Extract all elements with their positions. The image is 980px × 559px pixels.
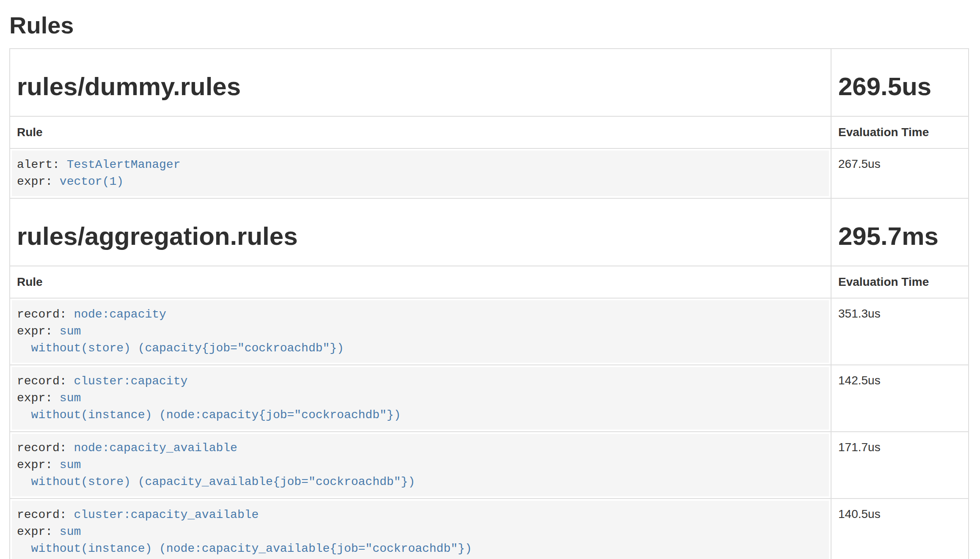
- rule-link[interactable]: TestAlertManager: [67, 158, 181, 171]
- rules-table-body: rules/dummy.rules269.5usRuleEvaluation T…: [10, 49, 969, 559]
- column-header-eval-time: Evaluation Time: [831, 116, 969, 148]
- rule-link[interactable]: sum: [60, 392, 81, 405]
- rule-code-line: record: node:capacity: [17, 306, 824, 323]
- eval-time-cell: 171.7us: [831, 432, 969, 499]
- rule-link[interactable]: without(instance) (node:capacity{job="co…: [17, 408, 401, 422]
- column-header-row: RuleEvaluation Time: [10, 116, 969, 148]
- rule-code-line: expr: sum: [17, 323, 824, 340]
- rule-group-row: rules/aggregation.rules295.7ms: [10, 198, 969, 266]
- rule-row: record: node:capacityexpr: sum without(s…: [10, 298, 969, 365]
- rule-keyword: expr:: [17, 525, 60, 538]
- eval-time-cell: 267.5us: [831, 148, 969, 198]
- rule-group-cell: rules/aggregation.rules: [10, 198, 831, 266]
- rule-row: record: cluster:capacity_availableexpr: …: [10, 499, 969, 559]
- rule-code-line: without(instance) (node:capacity_availab…: [17, 540, 824, 557]
- rule-code: record: node:capacityexpr: sum without(s…: [12, 300, 829, 363]
- rule-keyword: record:: [17, 375, 74, 388]
- rule-keyword: expr:: [17, 325, 60, 338]
- rule-keyword: expr:: [17, 458, 60, 471]
- rule-link[interactable]: node:capacity_available: [74, 441, 237, 455]
- rule-code-line: record: cluster:capacity_available: [17, 507, 824, 523]
- rule-keyword: record:: [17, 308, 74, 321]
- rules-page: Rules rules/dummy.rules269.5usRuleEvalua…: [0, 0, 980, 559]
- page-title: Rules: [9, 12, 969, 39]
- rule-code: record: node:capacity_availableexpr: sum…: [12, 434, 829, 496]
- rule-group-eval-time: 295.7ms: [838, 222, 961, 250]
- column-header-row: RuleEvaluation Time: [10, 266, 969, 298]
- rule-code-line: record: node:capacity_available: [17, 440, 824, 457]
- rule-code-line: expr: sum: [17, 523, 824, 540]
- rule-code-line: expr: sum: [17, 457, 824, 474]
- rule-row: record: node:capacity_availableexpr: sum…: [10, 432, 969, 499]
- rule-group-eval-cell: 295.7ms: [831, 198, 969, 266]
- rule-link[interactable]: without(store) (capacity{job="cockroachd…: [17, 342, 344, 355]
- column-header-rule: Rule: [10, 116, 831, 148]
- rule-group-name: rules/dummy.rules: [17, 73, 824, 101]
- rule-link[interactable]: vector(1): [60, 175, 124, 188]
- rule-cell: record: cluster:capacityexpr: sum withou…: [10, 365, 831, 432]
- rule-row: alert: TestAlertManagerexpr: vector(1)26…: [10, 148, 969, 198]
- rule-code: record: cluster:capacityexpr: sum withou…: [12, 367, 829, 430]
- rule-group-name: rules/aggregation.rules: [17, 222, 824, 250]
- rule-link[interactable]: without(instance) (node:capacity_availab…: [17, 542, 472, 555]
- eval-time-cell: 140.5us: [831, 499, 969, 559]
- rule-link[interactable]: sum: [60, 325, 81, 338]
- column-header-rule: Rule: [10, 266, 831, 298]
- rule-link[interactable]: without(store) (capacity_available{job="…: [17, 475, 415, 488]
- rule-keyword: record:: [17, 508, 74, 521]
- eval-time-cell: 351.3us: [831, 298, 969, 365]
- rule-code-line: expr: sum: [17, 390, 824, 407]
- rule-code-line: record: cluster:capacity: [17, 373, 824, 390]
- rule-link[interactable]: sum: [60, 525, 81, 538]
- column-header-eval-time: Evaluation Time: [831, 266, 969, 298]
- rule-keyword: alert:: [17, 158, 67, 171]
- rule-code: record: cluster:capacity_availableexpr: …: [12, 501, 829, 559]
- rule-cell: record: node:capacityexpr: sum without(s…: [10, 298, 831, 365]
- rule-cell: record: cluster:capacity_availableexpr: …: [10, 499, 831, 559]
- rule-group-eval-time: 269.5us: [838, 73, 961, 101]
- rule-group-cell: rules/dummy.rules: [10, 49, 831, 116]
- rule-link[interactable]: node:capacity: [74, 308, 166, 321]
- rule-keyword: expr:: [17, 175, 60, 188]
- rule-code-line: without(store) (capacity_available{job="…: [17, 474, 824, 490]
- rule-code-line: alert: TestAlertManager: [17, 156, 824, 173]
- rule-row: record: cluster:capacityexpr: sum withou…: [10, 365, 969, 432]
- rule-cell: record: node:capacity_availableexpr: sum…: [10, 432, 831, 499]
- rule-keyword: expr:: [17, 392, 60, 405]
- rule-cell: alert: TestAlertManagerexpr: vector(1): [10, 148, 831, 198]
- rule-link[interactable]: sum: [60, 458, 81, 471]
- rules-table: rules/dummy.rules269.5usRuleEvaluation T…: [9, 48, 969, 559]
- rule-link[interactable]: cluster:capacity_available: [74, 508, 259, 521]
- rule-code-line: expr: vector(1): [17, 173, 824, 190]
- rule-keyword: record:: [17, 441, 74, 455]
- rule-link[interactable]: cluster:capacity: [74, 375, 187, 388]
- rule-code: alert: TestAlertManagerexpr: vector(1): [12, 151, 829, 196]
- eval-time-cell: 142.5us: [831, 365, 969, 432]
- rule-code-line: without(instance) (node:capacity{job="co…: [17, 407, 824, 424]
- rule-group-row: rules/dummy.rules269.5us: [10, 49, 969, 116]
- rule-code-line: without(store) (capacity{job="cockroachd…: [17, 340, 824, 357]
- rule-group-eval-cell: 269.5us: [831, 49, 969, 116]
